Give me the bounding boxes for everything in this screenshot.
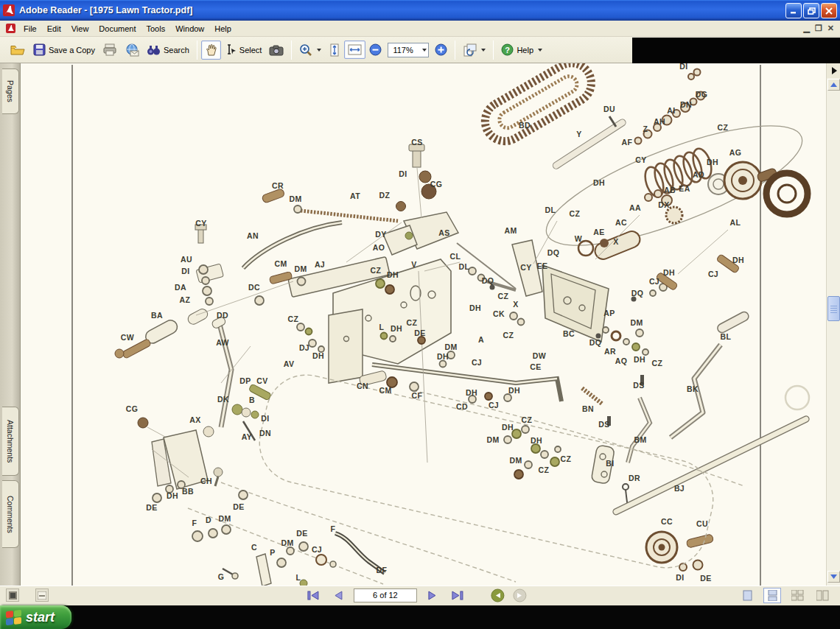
last-page-button[interactable] xyxy=(448,588,467,602)
adobe-reader-window: Adobe Reader - [1975 Lawn Tractor.pdf] F… xyxy=(0,0,840,629)
scrollbar-thumb[interactable] xyxy=(827,296,840,321)
rotate-pages-icon xyxy=(463,43,477,57)
navpane-toggle-icon[interactable] xyxy=(6,588,19,602)
status-bar: 6 of 12 xyxy=(0,586,840,605)
tab-attachments[interactable]: Attachments xyxy=(2,407,19,476)
zoom-level-value: 117% xyxy=(393,46,421,55)
save-floppy-icon xyxy=(33,43,46,56)
page-navigation: 6 of 12 xyxy=(304,588,528,602)
windows-flag-icon xyxy=(6,609,21,625)
printer-icon xyxy=(102,43,117,56)
select-ibeam-icon xyxy=(225,43,237,56)
doc-minimize-icon[interactable]: ▁ xyxy=(803,24,809,32)
toolbar-separator xyxy=(291,41,292,60)
first-page-button[interactable] xyxy=(304,588,323,602)
email-globe-icon xyxy=(125,43,139,57)
facing-layout-button[interactable] xyxy=(813,588,831,603)
start-button[interactable]: start xyxy=(0,605,71,629)
menu-item[interactable]: Document xyxy=(94,22,141,35)
open-button[interactable] xyxy=(6,41,29,60)
scroll-down-button[interactable] xyxy=(827,571,840,583)
page-indicator: 6 of 12 xyxy=(373,591,398,600)
tab-attachments-label: Attachments xyxy=(6,420,15,463)
doc-close-icon[interactable]: ✕ xyxy=(827,24,834,32)
next-page-button[interactable] xyxy=(423,588,442,602)
minimize-button[interactable] xyxy=(785,3,802,18)
next-view-button[interactable] xyxy=(511,588,528,602)
pdf-page[interactable]: BDDUYAFZAHAIDNDGDICZDHAGCYDHADABEAAADXAE… xyxy=(21,63,826,586)
fit-width-icon xyxy=(348,43,362,56)
zoom-out-button[interactable] xyxy=(365,41,385,59)
document-workspace: Pages Attachments Comments xyxy=(0,63,840,586)
previous-view-button[interactable] xyxy=(489,588,505,602)
tab-comments-label: Comments xyxy=(6,496,15,533)
zoom-tool-caret-icon xyxy=(317,49,321,52)
page-number-field[interactable]: 6 of 12 xyxy=(354,588,417,602)
vertical-scrollbar[interactable] xyxy=(826,63,840,586)
exploded-parts-diagram-art xyxy=(21,63,826,586)
hand-icon xyxy=(205,43,217,57)
page-size-icon[interactable] xyxy=(35,588,49,602)
scroll-up-button[interactable] xyxy=(827,79,840,91)
scroll-down-icon xyxy=(830,574,837,579)
continuous-facing-layout-button[interactable] xyxy=(788,588,806,603)
binoculars-icon xyxy=(147,44,161,56)
help-label: Help xyxy=(517,46,533,55)
doc-restore-icon[interactable]: ❐ xyxy=(815,24,822,32)
help-button[interactable]: ? Help xyxy=(497,41,546,59)
help-icon: ? xyxy=(501,43,514,56)
zoom-out-icon xyxy=(369,43,382,56)
start-label: start xyxy=(26,610,55,625)
toolbar-separator xyxy=(455,41,455,60)
title-bar[interactable]: Adobe Reader - [1975 Lawn Tractor.pdf] xyxy=(0,0,840,21)
menu-item[interactable]: File xyxy=(18,22,42,35)
previous-page-button[interactable] xyxy=(329,588,348,602)
hand-tool-button[interactable] xyxy=(201,41,221,60)
taskbar: start xyxy=(0,605,840,629)
overflow-arrow-icon xyxy=(831,67,837,74)
search-button[interactable]: Search xyxy=(143,41,193,59)
fit-page-button[interactable] xyxy=(325,41,344,60)
menu-item[interactable]: Edit xyxy=(42,22,66,35)
toolbar-overflow-button[interactable] xyxy=(827,63,840,78)
save-a-copy-button[interactable]: Save a Copy xyxy=(29,41,99,59)
email-button[interactable] xyxy=(121,41,143,60)
navigation-pane-strip: Pages Attachments Comments xyxy=(0,63,21,586)
menu-item[interactable]: Tools xyxy=(141,22,171,35)
zoom-level-caret-icon xyxy=(422,49,427,52)
open-folder-icon xyxy=(10,43,26,57)
snapshot-tool-button[interactable] xyxy=(265,41,287,59)
rotate-pages-button[interactable] xyxy=(459,41,489,60)
save-a-copy-label: Save a Copy xyxy=(49,46,95,55)
fit-width-button[interactable] xyxy=(344,41,365,59)
close-button[interactable] xyxy=(821,3,837,18)
tab-pages[interactable]: Pages xyxy=(2,68,19,114)
tab-comments[interactable]: Comments xyxy=(2,480,19,548)
rotate-caret-icon xyxy=(481,49,486,52)
svg-text:?: ? xyxy=(505,46,511,55)
fit-page-icon xyxy=(329,43,340,57)
menu-item[interactable]: View xyxy=(66,22,94,35)
magnifier-plus-icon xyxy=(299,43,312,57)
toolbar-blank-area xyxy=(632,38,840,63)
zoom-level-combo[interactable]: 117% xyxy=(388,43,429,57)
toolbar-separator xyxy=(493,41,494,60)
single-page-layout-button[interactable] xyxy=(738,588,756,603)
toolbar-separator xyxy=(197,41,197,60)
pdf-doc-icon xyxy=(6,24,15,33)
menu-item[interactable]: Window xyxy=(170,22,209,35)
print-button[interactable] xyxy=(99,41,121,59)
document-window-controls: ▁ ❐ ✕ xyxy=(803,24,834,32)
continuous-layout-button[interactable] xyxy=(763,588,781,603)
restore-button[interactable] xyxy=(803,3,819,18)
zoom-in-icon xyxy=(435,43,447,56)
help-caret-icon xyxy=(538,49,542,52)
scroll-up-icon xyxy=(830,82,837,87)
zoom-in-button[interactable] xyxy=(431,41,451,59)
menu-item[interactable]: Help xyxy=(209,22,237,35)
tab-pages-label: Pages xyxy=(6,80,15,102)
zoom-tool-button[interactable] xyxy=(295,41,325,60)
adobe-reader-icon xyxy=(3,4,15,16)
select-tool-button[interactable]: Select xyxy=(221,41,266,59)
search-label: Search xyxy=(164,46,189,55)
